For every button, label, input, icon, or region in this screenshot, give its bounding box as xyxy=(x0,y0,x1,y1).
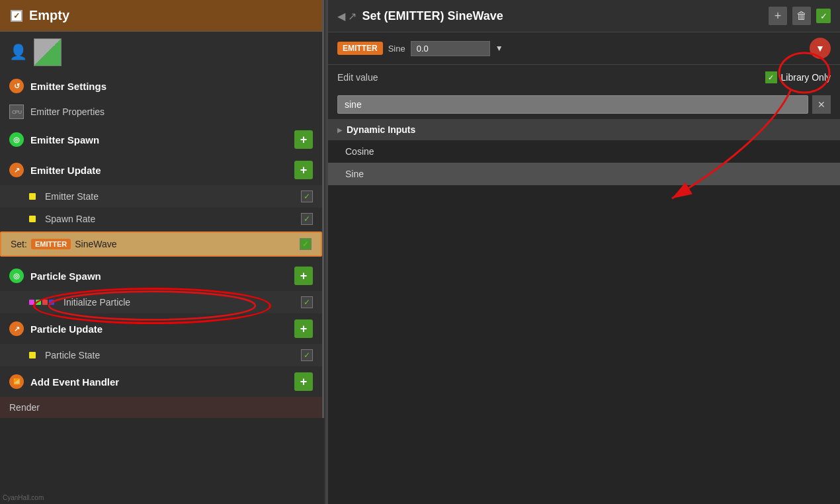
add-event-handler-add-button[interactable]: + xyxy=(294,372,313,391)
value-input[interactable] xyxy=(411,41,490,56)
right-header-delete-button[interactable]: 🗑 xyxy=(792,7,811,25)
sine-item[interactable]: Sine xyxy=(328,163,840,185)
spawn-rate-checkbox[interactable]: ✓ xyxy=(301,213,313,225)
emitter-update-add-button[interactable]: + xyxy=(294,161,313,179)
emitter-spawn-add-button[interactable]: + xyxy=(294,130,313,149)
initialize-particle-checkbox[interactable]: ✓ xyxy=(301,296,313,308)
emitter-state-item[interactable]: Emitter State ✓ xyxy=(0,185,322,208)
set-name: SineWave xyxy=(75,239,116,249)
particle-update-header[interactable]: ↗ Particle Update + xyxy=(0,314,322,344)
render-item[interactable]: Render xyxy=(0,397,322,418)
right-header-add-button[interactable]: + xyxy=(769,7,787,25)
right-header-check-button[interactable]: ✓ xyxy=(816,9,831,23)
emitter-properties-label: Emitter Properties xyxy=(30,106,313,117)
emitter-settings-header[interactable]: ↺ Emitter Settings xyxy=(0,73,322,99)
search-row: ✕ xyxy=(328,90,840,119)
watermark: CyanHall.com xyxy=(3,494,44,501)
dynamic-inputs-label: Dynamic Inputs xyxy=(347,124,415,135)
dropdown-button[interactable]: ▼ xyxy=(810,38,831,59)
avatar-area: 👤 xyxy=(0,32,322,73)
particle-state-dot xyxy=(29,352,36,358)
header-checkbox[interactable]: ✓ xyxy=(11,10,22,22)
particle-update-icon: ↗ xyxy=(9,321,24,336)
spawn-rate-label: Spawn Rate xyxy=(45,214,294,224)
add-event-handler-icon: 📶 xyxy=(9,374,24,389)
emitter-badge: EMITTER xyxy=(337,42,383,55)
render-label: Render xyxy=(9,402,313,413)
particle-update-add-button[interactable]: + xyxy=(294,319,313,338)
emitter-spawn-label: Emitter Spawn xyxy=(30,134,99,146)
search-input[interactable] xyxy=(337,95,808,114)
emitter-spawn-header[interactable]: ◎ Emitter Spawn + xyxy=(0,124,322,155)
panel-title: Empty xyxy=(29,8,69,23)
dynamic-inputs-header: ▶ Dynamic Inputs xyxy=(328,119,840,140)
particle-update-label: Particle Update xyxy=(30,323,103,335)
particle-state-label: Particle State xyxy=(45,350,294,360)
spawn-rate-item[interactable]: Spawn Rate ✓ xyxy=(0,208,322,230)
init-particle-dots xyxy=(29,300,54,305)
emitter-update-label: Emitter Update xyxy=(30,165,101,176)
initialize-particle-item[interactable]: Initialize Particle ✓ xyxy=(0,291,322,314)
set-item-checkbox[interactable]: ✓ xyxy=(300,238,312,250)
emitter-state-label: Emitter State xyxy=(45,191,294,202)
panel-header: ✓ Empty xyxy=(0,0,322,32)
library-only-area: ✓ Library Only xyxy=(765,71,831,83)
set-emitter-badge: EMITTER xyxy=(31,239,71,249)
avatar-thumbnail xyxy=(34,38,62,66)
input-arrow-icon: ▼ xyxy=(495,44,503,53)
emitter-spawn-icon: ◎ xyxy=(9,132,24,147)
set-prefix: Set: xyxy=(11,239,27,249)
particle-spawn-header[interactable]: ◎ Particle Spawn + xyxy=(0,261,322,291)
add-event-handler-header[interactable]: 📶 Add Event Handler + xyxy=(0,366,322,397)
clear-search-button[interactable]: ✕ xyxy=(812,95,831,114)
sine-item-label: Sine xyxy=(345,169,364,179)
sine-label: Sine xyxy=(388,44,405,54)
emitter-settings-icon: ↺ xyxy=(9,79,24,93)
edit-value-label: Edit value xyxy=(337,72,378,83)
emitter-state-checkbox[interactable]: ✓ xyxy=(301,190,313,202)
person-icon: 👤 xyxy=(9,44,27,61)
initialize-particle-label: Initialize Particle xyxy=(63,297,294,308)
set-emitter-sinewave-item[interactable]: Set: EMITTER SineWave ✓ xyxy=(0,231,322,257)
library-only-checkbox[interactable]: ✓ xyxy=(765,71,777,83)
particle-spawn-add-button[interactable]: + xyxy=(294,267,313,285)
emitter-update-header[interactable]: ↗ Emitter Update + xyxy=(0,155,322,185)
spawn-rate-dot xyxy=(29,216,36,222)
right-header: ◀ ↗ Set (EMITTER) SineWave + 🗑 ✓ xyxy=(328,0,840,32)
emitter-properties-item[interactable]: CPU Emitter Properties xyxy=(0,99,322,124)
emitter-update-icon: ↗ xyxy=(9,163,24,177)
particle-state-item[interactable]: Particle State ✓ xyxy=(0,344,322,366)
emitter-settings-label: Emitter Settings xyxy=(30,81,106,92)
add-event-handler-label: Add Event Handler xyxy=(30,376,119,388)
library-only-label: Library Only xyxy=(781,72,831,83)
edit-value-row: Edit value ✓ Library Only xyxy=(328,65,840,90)
collapse-triangle-icon[interactable]: ▶ xyxy=(337,126,343,134)
particle-state-checkbox[interactable]: ✓ xyxy=(301,349,313,361)
right-panel: ◀ ↗ Set (EMITTER) SineWave + 🗑 ✓ EMITTER… xyxy=(328,0,840,504)
cpu-icon: CPU xyxy=(9,105,24,119)
particle-spawn-icon: ◎ xyxy=(9,269,24,283)
collapse-icon[interactable]: ◀ ↗ xyxy=(337,10,357,22)
particle-spawn-label: Particle Spawn xyxy=(30,271,101,282)
state-dot xyxy=(29,193,36,200)
cosine-item[interactable]: Cosine xyxy=(328,140,840,163)
right-panel-title: Set (EMITTER) SineWave xyxy=(362,9,763,23)
cosine-label: Cosine xyxy=(345,146,374,157)
emitter-row: EMITTER Sine ▼ ▼ xyxy=(328,32,840,65)
